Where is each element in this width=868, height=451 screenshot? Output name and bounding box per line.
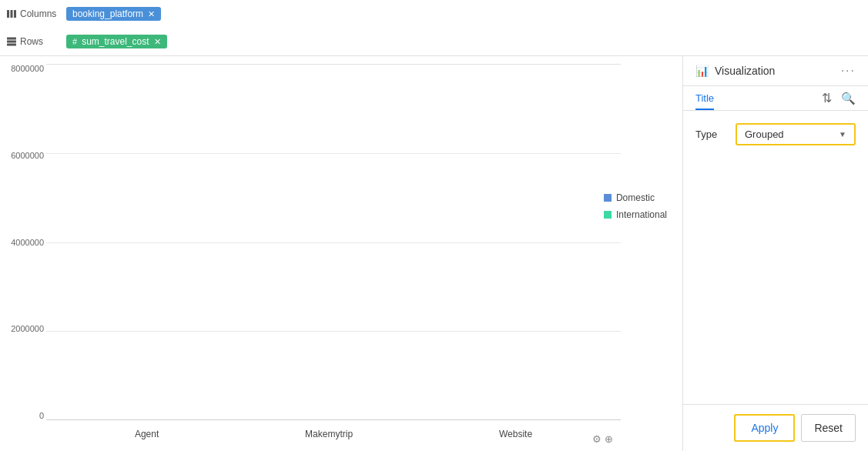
legend-domestic-label: Domestic	[616, 192, 655, 203]
legend-domestic: Domestic	[604, 192, 667, 203]
chart-wrapper: Domestic International Agent Makemytrip …	[46, 64, 667, 420]
x-label-makemytrip: Makemytrip	[305, 429, 353, 439]
columns-pill-text: booking_platform	[72, 8, 143, 19]
panel-header: 📊 Visualization ···	[683, 56, 868, 86]
rows-pill-close[interactable]: ✕	[154, 37, 161, 47]
bottom-chart-icons[interactable]: ⚙ ⊕	[592, 433, 613, 445]
svg-rect-3	[7, 38, 16, 40]
panel-body: Type Grouped ▼	[683, 111, 868, 404]
y-axis-labels: 8000000 6000000 4000000 2000000 0	[4, 64, 44, 420]
svg-rect-4	[7, 41, 16, 43]
panel-footer: Apply Reset	[683, 404, 868, 451]
panel-header-left: 📊 Visualization	[695, 65, 775, 77]
y-label-8m: 8000000	[11, 64, 44, 73]
columns-pill-booking-platform[interactable]: booking_platform ✕	[66, 7, 161, 21]
svg-rect-5	[7, 44, 16, 46]
right-panel: 📊 Visualization ··· Title ⇅ 🔍 Type Group…	[683, 56, 868, 451]
y-label-2m: 2000000	[11, 324, 44, 333]
panel-more-button[interactable]: ···	[841, 64, 856, 78]
legend-international-dot	[604, 211, 612, 219]
rows-icon	[6, 36, 17, 47]
sort-icon[interactable]: ⇅	[822, 91, 832, 105]
rows-label: Rows	[6, 36, 60, 47]
chart-area: 8000000 6000000 4000000 2000000 0	[0, 56, 683, 451]
grid-area	[46, 64, 621, 420]
type-select-value: Grouped	[745, 129, 784, 140]
legend: Domestic International	[604, 192, 667, 220]
svg-rect-1	[11, 10, 13, 18]
type-label: Type	[695, 129, 726, 140]
search-panel-icon[interactable]: 🔍	[841, 92, 856, 105]
legend-international-label: International	[616, 209, 667, 220]
y-label-6m: 6000000	[11, 151, 44, 160]
type-select[interactable]: Grouped ▼	[736, 123, 856, 145]
top-bar: Columns booking_platform ✕ Rows # sum_tr…	[0, 0, 868, 56]
columns-bar: Columns booking_platform ✕	[0, 0, 868, 28]
tab-title-label: Title	[695, 92, 714, 104]
rows-pill-hash: #	[72, 37, 77, 46]
main-area: 8000000 6000000 4000000 2000000 0	[0, 56, 868, 451]
panel-tabs: Title ⇅ 🔍	[683, 86, 868, 111]
chart-zoom-icon[interactable]: ⊕	[605, 433, 613, 445]
chart-settings-icon[interactable]: ⚙	[592, 433, 602, 445]
rows-bar: Rows # sum_travel_cost ✕	[0, 28, 868, 55]
tab-title[interactable]: Title	[695, 86, 714, 110]
chart-icon: 📊	[695, 65, 709, 77]
columns-pill-close[interactable]: ✕	[148, 9, 155, 19]
svg-rect-2	[14, 10, 16, 18]
rows-text: Rows	[20, 36, 43, 47]
reset-button[interactable]: Reset	[801, 414, 856, 442]
apply-button[interactable]: Apply	[734, 414, 795, 442]
legend-international: International	[604, 209, 667, 220]
legend-domestic-dot	[604, 194, 612, 202]
x-label-website: Website	[499, 429, 532, 439]
type-row: Type Grouped ▼	[695, 123, 856, 145]
x-label-agent: Agent	[135, 429, 159, 439]
y-label-0: 0	[39, 411, 44, 420]
rows-pill-text: sum_travel_cost	[82, 36, 149, 47]
panel-title: Visualization	[715, 65, 775, 77]
columns-icon	[6, 8, 17, 19]
columns-text: Columns	[20, 8, 56, 19]
type-select-arrow: ▼	[839, 130, 846, 139]
panel-tab-icons: ⇅ 🔍	[822, 91, 856, 105]
columns-label: Columns	[6, 8, 60, 19]
bars-area	[46, 64, 621, 420]
rows-pill-sum-travel-cost[interactable]: # sum_travel_cost ✕	[66, 35, 167, 48]
svg-rect-0	[7, 10, 9, 18]
y-label-4m: 4000000	[11, 238, 44, 247]
x-axis-labels: Agent Makemytrip Website	[46, 429, 621, 439]
